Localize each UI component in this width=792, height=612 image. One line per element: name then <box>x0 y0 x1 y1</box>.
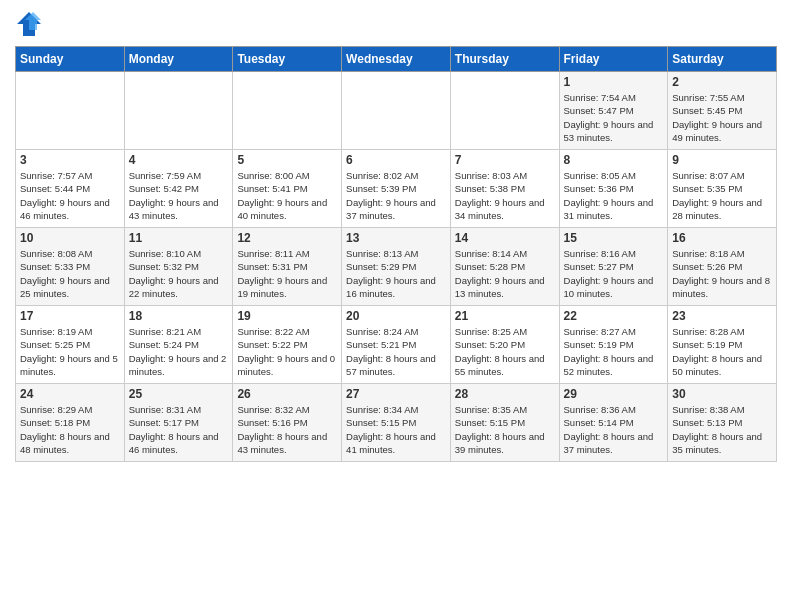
day-info: Sunrise: 8:03 AM Sunset: 5:38 PM Dayligh… <box>455 169 555 222</box>
calendar-week-row: 1Sunrise: 7:54 AM Sunset: 5:47 PM Daylig… <box>16 72 777 150</box>
calendar-cell: 16Sunrise: 8:18 AM Sunset: 5:26 PM Dayli… <box>668 228 777 306</box>
calendar-week-row: 17Sunrise: 8:19 AM Sunset: 5:25 PM Dayli… <box>16 306 777 384</box>
day-number: 20 <box>346 309 446 323</box>
calendar-cell: 1Sunrise: 7:54 AM Sunset: 5:47 PM Daylig… <box>559 72 668 150</box>
day-number: 1 <box>564 75 664 89</box>
calendar-cell: 11Sunrise: 8:10 AM Sunset: 5:32 PM Dayli… <box>124 228 233 306</box>
day-number: 18 <box>129 309 229 323</box>
header <box>15 10 777 38</box>
calendar-cell: 30Sunrise: 8:38 AM Sunset: 5:13 PM Dayli… <box>668 384 777 462</box>
day-number: 9 <box>672 153 772 167</box>
calendar-week-row: 10Sunrise: 8:08 AM Sunset: 5:33 PM Dayli… <box>16 228 777 306</box>
day-info: Sunrise: 8:11 AM Sunset: 5:31 PM Dayligh… <box>237 247 337 300</box>
calendar-cell: 12Sunrise: 8:11 AM Sunset: 5:31 PM Dayli… <box>233 228 342 306</box>
weekday-header: Monday <box>124 47 233 72</box>
calendar-cell: 14Sunrise: 8:14 AM Sunset: 5:28 PM Dayli… <box>450 228 559 306</box>
day-info: Sunrise: 8:16 AM Sunset: 5:27 PM Dayligh… <box>564 247 664 300</box>
calendar-cell <box>124 72 233 150</box>
day-number: 25 <box>129 387 229 401</box>
day-number: 12 <box>237 231 337 245</box>
day-info: Sunrise: 8:00 AM Sunset: 5:41 PM Dayligh… <box>237 169 337 222</box>
calendar-cell: 6Sunrise: 8:02 AM Sunset: 5:39 PM Daylig… <box>342 150 451 228</box>
weekday-header: Thursday <box>450 47 559 72</box>
day-info: Sunrise: 8:18 AM Sunset: 5:26 PM Dayligh… <box>672 247 772 300</box>
day-number: 29 <box>564 387 664 401</box>
day-info: Sunrise: 8:24 AM Sunset: 5:21 PM Dayligh… <box>346 325 446 378</box>
calendar-cell <box>450 72 559 150</box>
day-number: 19 <box>237 309 337 323</box>
day-number: 27 <box>346 387 446 401</box>
day-info: Sunrise: 8:29 AM Sunset: 5:18 PM Dayligh… <box>20 403 120 456</box>
day-number: 13 <box>346 231 446 245</box>
day-number: 22 <box>564 309 664 323</box>
day-number: 3 <box>20 153 120 167</box>
day-info: Sunrise: 8:10 AM Sunset: 5:32 PM Dayligh… <box>129 247 229 300</box>
calendar-cell: 22Sunrise: 8:27 AM Sunset: 5:19 PM Dayli… <box>559 306 668 384</box>
calendar-cell <box>233 72 342 150</box>
day-info: Sunrise: 8:35 AM Sunset: 5:15 PM Dayligh… <box>455 403 555 456</box>
day-number: 23 <box>672 309 772 323</box>
weekday-header: Saturday <box>668 47 777 72</box>
calendar-cell: 9Sunrise: 8:07 AM Sunset: 5:35 PM Daylig… <box>668 150 777 228</box>
calendar-table: SundayMondayTuesdayWednesdayThursdayFrid… <box>15 46 777 462</box>
day-info: Sunrise: 8:31 AM Sunset: 5:17 PM Dayligh… <box>129 403 229 456</box>
day-info: Sunrise: 7:54 AM Sunset: 5:47 PM Dayligh… <box>564 91 664 144</box>
day-number: 21 <box>455 309 555 323</box>
calendar-cell: 28Sunrise: 8:35 AM Sunset: 5:15 PM Dayli… <box>450 384 559 462</box>
weekday-header: Friday <box>559 47 668 72</box>
calendar-cell: 15Sunrise: 8:16 AM Sunset: 5:27 PM Dayli… <box>559 228 668 306</box>
logo <box>15 10 47 38</box>
calendar-cell: 27Sunrise: 8:34 AM Sunset: 5:15 PM Dayli… <box>342 384 451 462</box>
day-number: 10 <box>20 231 120 245</box>
day-info: Sunrise: 8:22 AM Sunset: 5:22 PM Dayligh… <box>237 325 337 378</box>
calendar-cell: 25Sunrise: 8:31 AM Sunset: 5:17 PM Dayli… <box>124 384 233 462</box>
calendar-cell: 7Sunrise: 8:03 AM Sunset: 5:38 PM Daylig… <box>450 150 559 228</box>
day-number: 28 <box>455 387 555 401</box>
day-number: 4 <box>129 153 229 167</box>
day-number: 16 <box>672 231 772 245</box>
calendar-cell: 13Sunrise: 8:13 AM Sunset: 5:29 PM Dayli… <box>342 228 451 306</box>
day-number: 17 <box>20 309 120 323</box>
day-number: 26 <box>237 387 337 401</box>
day-info: Sunrise: 8:05 AM Sunset: 5:36 PM Dayligh… <box>564 169 664 222</box>
calendar-cell: 4Sunrise: 7:59 AM Sunset: 5:42 PM Daylig… <box>124 150 233 228</box>
day-info: Sunrise: 8:19 AM Sunset: 5:25 PM Dayligh… <box>20 325 120 378</box>
calendar-cell: 5Sunrise: 8:00 AM Sunset: 5:41 PM Daylig… <box>233 150 342 228</box>
calendar-cell: 2Sunrise: 7:55 AM Sunset: 5:45 PM Daylig… <box>668 72 777 150</box>
calendar-body: 1Sunrise: 7:54 AM Sunset: 5:47 PM Daylig… <box>16 72 777 462</box>
day-number: 8 <box>564 153 664 167</box>
day-number: 15 <box>564 231 664 245</box>
day-info: Sunrise: 8:27 AM Sunset: 5:19 PM Dayligh… <box>564 325 664 378</box>
calendar-cell: 10Sunrise: 8:08 AM Sunset: 5:33 PM Dayli… <box>16 228 125 306</box>
page-container: SundayMondayTuesdayWednesdayThursdayFrid… <box>0 0 792 472</box>
day-info: Sunrise: 8:25 AM Sunset: 5:20 PM Dayligh… <box>455 325 555 378</box>
calendar-header-row: SundayMondayTuesdayWednesdayThursdayFrid… <box>16 47 777 72</box>
calendar-cell: 29Sunrise: 8:36 AM Sunset: 5:14 PM Dayli… <box>559 384 668 462</box>
day-number: 30 <box>672 387 772 401</box>
day-info: Sunrise: 7:55 AM Sunset: 5:45 PM Dayligh… <box>672 91 772 144</box>
calendar-cell: 17Sunrise: 8:19 AM Sunset: 5:25 PM Dayli… <box>16 306 125 384</box>
calendar-cell: 18Sunrise: 8:21 AM Sunset: 5:24 PM Dayli… <box>124 306 233 384</box>
day-number: 11 <box>129 231 229 245</box>
calendar-cell: 24Sunrise: 8:29 AM Sunset: 5:18 PM Dayli… <box>16 384 125 462</box>
day-info: Sunrise: 8:07 AM Sunset: 5:35 PM Dayligh… <box>672 169 772 222</box>
calendar-cell: 26Sunrise: 8:32 AM Sunset: 5:16 PM Dayli… <box>233 384 342 462</box>
day-number: 14 <box>455 231 555 245</box>
calendar-cell: 21Sunrise: 8:25 AM Sunset: 5:20 PM Dayli… <box>450 306 559 384</box>
day-number: 2 <box>672 75 772 89</box>
day-info: Sunrise: 8:13 AM Sunset: 5:29 PM Dayligh… <box>346 247 446 300</box>
calendar-cell: 3Sunrise: 7:57 AM Sunset: 5:44 PM Daylig… <box>16 150 125 228</box>
logo-icon <box>15 10 43 38</box>
day-info: Sunrise: 8:36 AM Sunset: 5:14 PM Dayligh… <box>564 403 664 456</box>
day-info: Sunrise: 8:14 AM Sunset: 5:28 PM Dayligh… <box>455 247 555 300</box>
day-info: Sunrise: 7:59 AM Sunset: 5:42 PM Dayligh… <box>129 169 229 222</box>
day-number: 24 <box>20 387 120 401</box>
day-info: Sunrise: 8:38 AM Sunset: 5:13 PM Dayligh… <box>672 403 772 456</box>
calendar-week-row: 24Sunrise: 8:29 AM Sunset: 5:18 PM Dayli… <box>16 384 777 462</box>
calendar-cell <box>16 72 125 150</box>
calendar-cell: 20Sunrise: 8:24 AM Sunset: 5:21 PM Dayli… <box>342 306 451 384</box>
calendar-cell: 8Sunrise: 8:05 AM Sunset: 5:36 PM Daylig… <box>559 150 668 228</box>
day-info: Sunrise: 8:21 AM Sunset: 5:24 PM Dayligh… <box>129 325 229 378</box>
day-number: 5 <box>237 153 337 167</box>
calendar-cell <box>342 72 451 150</box>
